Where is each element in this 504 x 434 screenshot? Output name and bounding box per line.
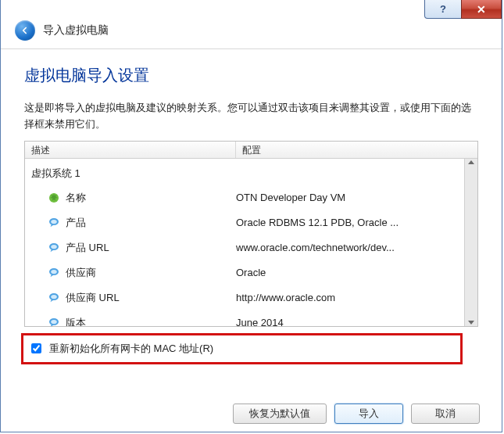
titlebar-controls: ? ✕ (425, 0, 502, 19)
table-row[interactable]: 产品 URL www.oracle.com/technetwork/dev... (25, 235, 477, 260)
svg-point-8 (51, 294, 57, 298)
row-label: 供应商 URL (66, 291, 236, 305)
table-header: 描述 配置 (25, 142, 477, 159)
table-row[interactable]: 产品 Oracle RDBMS 12.1 PDB, Oracle ... (25, 210, 477, 235)
content: 虚拟电脑导入设置 这是即将导入的虚拟电脑及建议的映射关系。您可以通过双击该项目来… (1, 49, 502, 364)
row-value: www.oracle.com/technetwork/dev... (236, 242, 471, 253)
svg-point-10 (51, 319, 57, 323)
name-icon (47, 191, 61, 205)
row-value: http://www.oracle.com (236, 292, 471, 303)
header-title: 导入虚拟电脑 (43, 23, 109, 38)
column-header-config[interactable]: 配置 (236, 142, 477, 158)
row-value: June 2014 (236, 317, 471, 327)
column-header-desc[interactable]: 描述 (25, 142, 236, 158)
dialog-window: ? ✕ 导入虚拟电脑 虚拟电脑导入设置 这是即将导入的虚拟电脑及建议的映射关系。… (0, 0, 502, 432)
import-button[interactable]: 导入 (334, 404, 403, 424)
reinit-mac-checkbox[interactable] (31, 343, 41, 353)
row-label: 产品 (66, 216, 236, 230)
table-body: 虚拟系统 1 名称 OTN Developer Day VM (25, 159, 477, 327)
arrow-left-icon (20, 25, 30, 36)
row-label: 供应商 (66, 266, 236, 280)
speech-icon (47, 291, 61, 305)
scroll-up-icon (468, 160, 474, 164)
page-description: 这是即将导入的虚拟电脑及建议的映射关系。您可以通过双击该项目来调整其设置，或使用… (24, 100, 478, 133)
table-row[interactable]: 版本 June 2014 (25, 310, 477, 327)
scrollbar[interactable] (464, 159, 477, 326)
svg-point-6 (51, 269, 57, 273)
row-label: 产品 URL (66, 241, 236, 255)
speech-icon (47, 266, 61, 280)
table-row[interactable]: 供应商 Oracle (25, 260, 477, 285)
close-button[interactable]: ✕ (461, 0, 502, 19)
speech-icon (47, 316, 61, 327)
group-header[interactable]: 虚拟系统 1 (25, 162, 477, 185)
scroll-down-icon (468, 321, 474, 325)
settings-table: 描述 配置 虚拟系统 1 名称 OTN Developer Day VM (24, 141, 478, 327)
speech-icon (47, 241, 61, 255)
svg-point-4 (51, 244, 57, 248)
row-label: 版本 (66, 316, 236, 327)
row-value: OTN Developer Day VM (236, 192, 471, 203)
footer: 恢复为默认值 导入 取消 (233, 404, 480, 424)
reinit-mac-area: 重新初始化所有网卡的 MAC 地址(R) (21, 333, 463, 364)
back-button[interactable] (15, 20, 35, 41)
cancel-button[interactable]: 取消 (411, 404, 480, 424)
page-title: 虚拟电脑导入设置 (24, 65, 478, 86)
row-value: Oracle RDBMS 12.1 PDB, Oracle ... (236, 217, 471, 228)
speech-icon (47, 216, 61, 230)
table-row[interactable]: 供应商 URL http://www.oracle.com (25, 285, 477, 310)
help-button[interactable]: ? (424, 0, 462, 19)
table-row[interactable]: 名称 OTN Developer Day VM (25, 185, 477, 210)
svg-point-2 (51, 219, 57, 223)
row-value: Oracle (236, 267, 471, 278)
reset-defaults-button[interactable]: 恢复为默认值 (233, 404, 327, 424)
row-label: 名称 (66, 191, 236, 205)
reinit-mac-label: 重新初始化所有网卡的 MAC 地址(R) (49, 342, 213, 356)
